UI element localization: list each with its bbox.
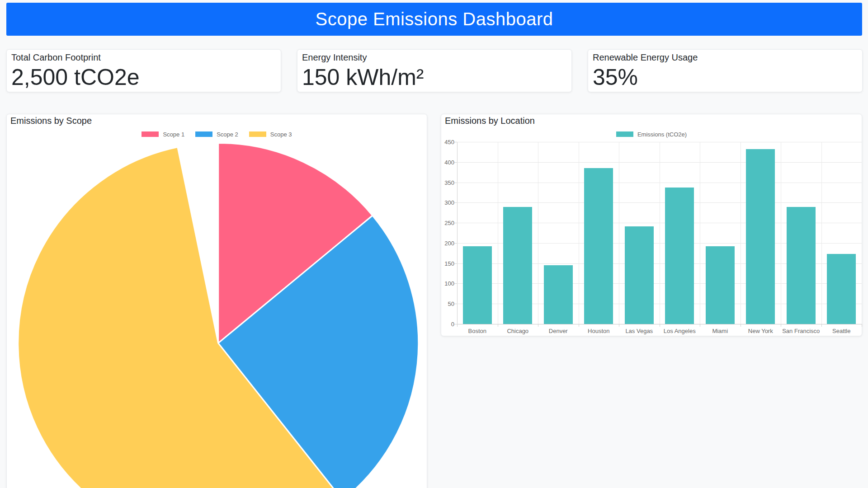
y-tick-label: 100 (427, 280, 454, 287)
bar-chart-plot-area[interactable]: 050100150200250300350400450BostonChicago… (457, 142, 862, 324)
bar-las-vegas[interactable] (625, 226, 654, 324)
y-tick-mark (454, 304, 457, 304)
bar-miami[interactable] (706, 246, 735, 324)
kpi-card-total-carbon: Total Carbon Footprint 2,500 tCO2e (6, 49, 281, 92)
v-gridline (741, 142, 741, 324)
x-category-label: Miami (700, 328, 741, 334)
legend-item[interactable]: Scope 2 (195, 131, 238, 138)
y-tick-mark (454, 162, 457, 163)
x-category-label: Los Angeles (660, 328, 700, 334)
x-category-label: Boston (457, 328, 498, 334)
x-category-label: Las Vegas (619, 328, 660, 334)
legend-item[interactable]: Scope 3 (249, 131, 292, 138)
v-gridline (660, 142, 660, 324)
y-tick-mark (454, 283, 457, 284)
page-header: Scope Emissions Dashboard (6, 3, 862, 36)
x-category-label: New York (741, 328, 781, 334)
legend-swatch (249, 131, 266, 137)
x-tick-mark (660, 324, 660, 327)
x-tick-mark (862, 324, 862, 327)
bar-seattle[interactable] (827, 254, 856, 324)
bar-denver[interactable] (544, 265, 573, 324)
v-gridline (538, 142, 538, 324)
x-category-label: San Francisco (781, 328, 821, 334)
legend-item[interactable]: Scope 1 (142, 131, 184, 138)
x-tick-mark (781, 324, 781, 327)
v-gridline (579, 142, 579, 324)
x-tick-mark (498, 324, 498, 327)
y-tick-mark (454, 142, 457, 142)
y-tick-label: 450 (427, 139, 454, 145)
bar-chart-title: Emissions by Location (445, 116, 535, 126)
bar-chicago[interactable] (503, 207, 532, 324)
legend-swatch (195, 131, 212, 137)
kpi-card-energy-intensity: Energy Intensity 150 kWh/m² (297, 49, 572, 92)
bar-los-angeles[interactable] (665, 188, 694, 324)
pie-chart-panel: Emissions by Scope Scope 1Scope 2Scope 3 (6, 114, 427, 488)
bar-san-francisco[interactable] (787, 207, 816, 324)
y-axis-line (457, 142, 458, 324)
x-tick-mark (741, 324, 741, 327)
x-tick-mark (579, 324, 579, 327)
y-tick-label: 0 (427, 321, 454, 328)
bar-houston[interactable] (584, 168, 613, 324)
legend-swatch (616, 131, 633, 137)
y-tick-label: 250 (427, 220, 454, 226)
bar-chart-panel: Emissions by Location Emissions (tCO2e) … (441, 114, 862, 336)
pie-legend: Scope 1Scope 2Scope 3 (7, 131, 427, 138)
page-title: Scope Emissions Dashboard (315, 9, 553, 29)
x-category-label: Chicago (498, 328, 538, 334)
kpi-value: 35% (593, 66, 858, 89)
legend-item-label: Emissions (tCO2e) (637, 131, 687, 138)
v-gridline (498, 142, 498, 324)
y-tick-mark (454, 263, 457, 264)
v-gridline (619, 142, 619, 324)
y-tick-label: 350 (427, 179, 454, 186)
dashboard-page: Scope Emissions Dashboard Total Carbon F… (0, 0, 868, 488)
v-gridline (781, 142, 781, 324)
legend-swatch (142, 131, 159, 137)
y-tick-label: 200 (427, 239, 454, 246)
y-tick-label: 50 (427, 300, 454, 307)
x-tick-mark (700, 324, 700, 327)
y-tick-mark (454, 223, 457, 223)
y-tick-label: 150 (427, 260, 454, 267)
kpi-value: 150 kWh/m² (302, 66, 567, 89)
y-tick-label: 400 (427, 159, 454, 165)
kpi-card-renewable-energy: Renewable Energy Usage 35% (588, 49, 863, 92)
legend-item-label: Scope 2 (217, 131, 238, 138)
legend-item-label: Scope 3 (270, 131, 292, 138)
y-tick-label: 300 (427, 199, 454, 206)
bar-legend: Emissions (tCO2e) (441, 131, 862, 138)
pie-chart-title: Emissions by Scope (10, 116, 92, 126)
kpi-value: 2,500 tCO2e (11, 66, 276, 89)
bar-new-york[interactable] (746, 149, 775, 324)
pie-chart[interactable] (17, 142, 420, 488)
x-tick-mark (821, 324, 822, 327)
legend-item-label: Scope 1 (163, 131, 184, 138)
x-tick-mark (457, 324, 458, 327)
legend-item[interactable]: Emissions (tCO2e) (616, 131, 687, 138)
y-tick-mark (454, 243, 457, 244)
kpi-label: Energy Intensity (302, 52, 567, 63)
x-tick-mark (619, 324, 619, 327)
kpi-label: Total Carbon Footprint (11, 52, 276, 63)
x-category-label: Houston (579, 328, 619, 334)
kpi-label: Renewable Energy Usage (593, 52, 858, 63)
x-category-label: Seattle (821, 328, 862, 334)
v-gridline (821, 142, 822, 324)
x-category-label: Denver (538, 328, 579, 334)
y-tick-mark (454, 183, 457, 183)
y-tick-mark (454, 202, 457, 203)
x-tick-mark (538, 324, 538, 327)
bar-boston[interactable] (463, 246, 492, 324)
v-gridline (700, 142, 700, 324)
